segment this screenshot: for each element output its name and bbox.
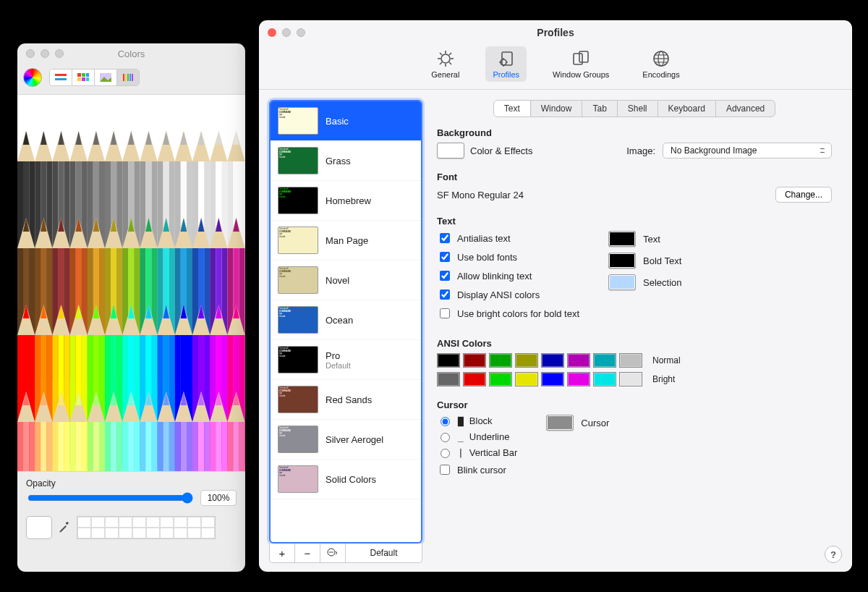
color-wheel-icon[interactable] — [23, 68, 42, 87]
ansi-color-well[interactable] — [437, 353, 460, 368]
pencils-picker-tab[interactable] — [117, 69, 139, 85]
cursor-color-well[interactable] — [546, 415, 574, 431]
ansi-color-well[interactable] — [567, 372, 590, 386]
ansi-color-well[interactable] — [489, 372, 512, 386]
ansi-color-well[interactable] — [515, 353, 538, 368]
opacity-slider[interactable] — [27, 492, 193, 504]
minimize-icon[interactable] — [282, 28, 291, 37]
ansi-color-well[interactable] — [541, 372, 564, 386]
swatch-cell[interactable] — [119, 517, 132, 528]
add-profile-button[interactable]: + — [270, 544, 295, 562]
profile-actions-menu[interactable] — [320, 544, 346, 562]
swatch-grid[interactable] — [77, 516, 216, 539]
profile-man-page[interactable]: Terminal#COMMANDtopXcodeMan Page — [271, 221, 421, 261]
check-antialias-text[interactable]: Antialias text — [437, 231, 579, 245]
selection-color-well[interactable] — [608, 274, 636, 290]
swatch-cell[interactable] — [187, 528, 201, 538]
tab-keyboard[interactable]: Keyboard — [658, 101, 716, 117]
svg-rect-274 — [239, 422, 245, 471]
profile-novel[interactable]: Terminal#COMMANDtopXcodeNovel — [271, 261, 421, 300]
profile-red-sands[interactable]: Terminal#COMMANDtopXcodeRed Sands — [271, 380, 421, 420]
swatch-cell[interactable] — [119, 528, 132, 538]
check-use-bold-fonts[interactable]: Use bold fonts — [437, 250, 579, 264]
ansi-color-well[interactable] — [463, 353, 486, 368]
change-font-button[interactable]: Change... — [775, 187, 832, 203]
profile-ocean[interactable]: Terminal#COMMANDtopXcodeOcean — [271, 300, 421, 340]
background-image-select[interactable]: No Background Image — [663, 143, 832, 158]
swatch-cell[interactable] — [132, 528, 146, 538]
zoom-icon[interactable] — [55, 49, 64, 58]
background-color-well[interactable] — [437, 143, 464, 158]
ansi-color-well[interactable] — [463, 372, 486, 386]
toolbar-window-groups[interactable]: Window Groups — [545, 46, 616, 82]
swatch-cell[interactable] — [201, 528, 215, 538]
check-allow-blinking-text[interactable]: Allow blinking text — [437, 268, 579, 283]
profile-homebrew[interactable]: Terminal#COMMANDtopXcodeHomebrew — [271, 181, 421, 221]
swatch-cell[interactable] — [105, 528, 119, 538]
remove-profile-button[interactable]: − — [295, 544, 320, 562]
eyedropper-icon[interactable] — [58, 521, 71, 534]
swatch-cell[interactable] — [160, 528, 174, 538]
ansi-color-well[interactable] — [515, 372, 538, 386]
current-color-swatch[interactable] — [26, 516, 52, 539]
toolbar-profiles[interactable]: Profiles — [485, 46, 527, 82]
profile-solid-colors[interactable]: Terminal#COMMANDtopXcodeSolid Colors — [271, 460, 421, 499]
cursor-vertical-bar-radio[interactable]: | Vertical Bar — [437, 447, 517, 458]
minimize-icon[interactable] — [41, 49, 49, 58]
ansi-color-well[interactable] — [541, 353, 564, 368]
profile-silver-aerogel[interactable]: Terminal#COMMANDtopXcodeSilver Aerogel — [271, 420, 421, 460]
blink-cursor-checkbox[interactable]: Blink cursor — [437, 462, 517, 477]
bold-text-color-well[interactable] — [608, 253, 636, 268]
cursor-underline-radio[interactable]: _ Underline — [437, 431, 517, 442]
tab-tab[interactable]: Tab — [582, 101, 617, 117]
zoom-icon[interactable] — [297, 28, 305, 37]
close-icon[interactable] — [26, 49, 35, 58]
swatch-cell[interactable] — [77, 517, 91, 528]
ansi-color-well[interactable] — [437, 372, 460, 386]
swatch-cell[interactable] — [91, 528, 105, 538]
sliders-picker-tab[interactable] — [50, 69, 72, 85]
ansi-color-well[interactable] — [593, 372, 616, 386]
profiles-list[interactable]: Terminal#COMMANDtopXcodeBasicTerminal#CO… — [269, 100, 422, 544]
ansi-color-well[interactable] — [619, 372, 642, 386]
swatch-cell[interactable] — [187, 517, 201, 528]
tab-window[interactable]: Window — [531, 101, 583, 117]
tab-text[interactable]: Text — [494, 101, 531, 117]
image-picker-tab[interactable] — [95, 69, 117, 85]
ansi-color-well[interactable] — [567, 353, 590, 368]
palette-picker-tab[interactable] — [72, 69, 95, 85]
check-display-ansi-colors[interactable]: Display ANSI colors — [437, 287, 579, 302]
swatch-cell[interactable] — [174, 528, 187, 538]
swatch-cell[interactable] — [146, 528, 160, 538]
profile-basic[interactable]: Terminal#COMMANDtopXcodeBasic — [271, 101, 421, 141]
swatch-cell[interactable] — [91, 517, 105, 528]
swatch-cell[interactable] — [174, 517, 187, 528]
text-color-well[interactable] — [608, 231, 636, 247]
cursor-block-radio[interactable]: ▇ Block — [437, 415, 517, 426]
svg-rect-249 — [152, 422, 158, 471]
check-use-bright-colors-for-bold-text[interactable]: Use bright colors for bold text — [437, 306, 579, 321]
pencils-picker-area[interactable] — [17, 95, 245, 471]
svg-rect-229 — [82, 422, 88, 471]
ansi-color-well[interactable] — [593, 353, 616, 368]
swatch-cell[interactable] — [77, 528, 91, 538]
opacity-value-field[interactable]: 100% — [200, 490, 237, 506]
swatch-cell[interactable] — [146, 517, 160, 528]
profile-detail-pane: TextWindowTabShellKeyboardAdvanced Backg… — [433, 100, 842, 563]
tab-shell[interactable]: Shell — [618, 101, 658, 117]
ansi-color-well[interactable] — [489, 353, 512, 368]
set-default-button[interactable]: Default — [346, 544, 422, 562]
background-color-effects-button[interactable]: Color & Effects — [437, 143, 532, 158]
swatch-cell[interactable] — [160, 517, 174, 528]
toolbar-encodings[interactable]: Encodings — [635, 46, 686, 82]
profile-grass[interactable]: Terminal#COMMANDtopXcodeGrass — [271, 141, 421, 181]
swatch-cell[interactable] — [132, 517, 146, 528]
swatch-cell[interactable] — [105, 517, 119, 528]
close-icon[interactable] — [268, 28, 276, 37]
swatch-cell[interactable] — [201, 517, 215, 528]
ansi-color-well[interactable] — [619, 353, 642, 368]
tab-advanced[interactable]: Advanced — [716, 101, 775, 117]
help-button[interactable]: ? — [825, 546, 842, 563]
toolbar-general[interactable]: General — [424, 46, 467, 82]
profile-pro[interactable]: Terminal#COMMANDtopXcodeProDefault — [271, 340, 421, 380]
